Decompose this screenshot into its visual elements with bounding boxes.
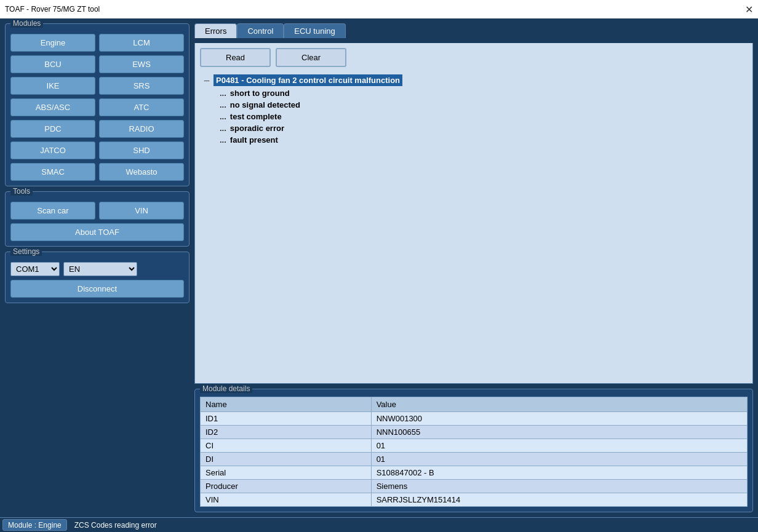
error-subitems: ...short to ground...no signal detected.…	[220, 87, 745, 146]
details-tbody: ID1NNW001300ID2NNN100655CI01DI01SerialS1…	[201, 412, 748, 507]
main-content: Modules EngineLCMBCUEWSIKESRSABS/ASCATCP…	[0, 18, 758, 517]
title-bar: TOAF - Rover 75/MG ZT tool ✕	[0, 0, 758, 18]
table-header-row: Name Value	[201, 397, 748, 412]
module-btn-smac[interactable]: SMAC	[10, 163, 95, 181]
error-code-label: P0481 - Cooling fan 2 control circuit ma…	[213, 74, 402, 86]
clear-button[interactable]: Clear	[276, 48, 346, 67]
read-button[interactable]: Read	[200, 48, 271, 67]
table-row: VINSARRJSLLZYM151414	[201, 493, 748, 507]
close-button[interactable]: ✕	[745, 4, 753, 15]
module-btn-lcm[interactable]: LCM	[99, 34, 184, 52]
module-btn-abs[interactable]: ABS/ASC	[10, 98, 95, 116]
module-btn-radio[interactable]: RADIO	[99, 120, 184, 138]
status-message: ZCS Codes reading error	[70, 518, 758, 532]
module-btn-srs[interactable]: SRS	[99, 77, 184, 95]
detail-value: NNW001300	[371, 412, 747, 426]
table-row: DI01	[201, 453, 748, 466]
tab-ecutuning[interactable]: ECU tuning	[284, 23, 345, 38]
scan-car-button[interactable]: Scan car	[10, 202, 95, 220]
left-panel: Modules EngineLCMBCUEWSIKESRSABS/ASCATCP…	[5, 23, 190, 512]
modules-group: Modules EngineLCMBCUEWSIKESRSABS/ASCATCP…	[5, 23, 190, 186]
tools-group: Tools Scan car VIN About TOAF	[5, 191, 190, 247]
detail-name: ID1	[201, 412, 372, 426]
table-row: SerialS108847002 - B	[201, 466, 748, 480]
table-row: ID1NNW001300	[201, 412, 748, 426]
disconnect-button[interactable]: Disconnect	[10, 280, 184, 298]
error-subitem: ...short to ground	[220, 87, 745, 99]
detail-value: NNN100655	[371, 426, 747, 439]
detail-name: Producer	[201, 480, 372, 493]
detail-name: ID2	[201, 426, 372, 439]
tools-row: Scan car VIN About TOAF	[10, 202, 184, 241]
tab-control[interactable]: Control	[237, 23, 284, 38]
detail-value: SARRJSLLZYM151414	[371, 493, 747, 507]
modules-group-title: Modules	[10, 19, 43, 28]
settings-row: COM1COM2COM3COM4 ENDEFRPL	[10, 262, 184, 276]
detail-value: Siemens	[371, 480, 747, 493]
modules-grid: EngineLCMBCUEWSIKESRSABS/ASCATCPDCRADIOJ…	[10, 34, 184, 181]
status-bar: Module : Engine ZCS Codes reading error	[0, 517, 758, 532]
error-subitem: ...no signal detected	[220, 99, 745, 111]
module-btn-shd[interactable]: SHD	[99, 141, 184, 159]
module-btn-ews[interactable]: EWS	[99, 55, 184, 73]
tab-errors[interactable]: Errors	[194, 23, 237, 38]
module-btn-atc[interactable]: ATC	[99, 98, 184, 116]
lang-select[interactable]: ENDEFRPL	[63, 262, 137, 276]
col-value-header: Value	[371, 397, 747, 412]
settings-group: Settings COM1COM2COM3COM4 ENDEFRPL Disco…	[5, 252, 190, 303]
detail-name: CI	[201, 439, 372, 453]
error-subitem: ...sporadic error	[220, 122, 745, 134]
detail-name: Serial	[201, 466, 372, 480]
module-btn-jatco[interactable]: JATCO	[10, 141, 95, 159]
error-subitem: ...fault present	[220, 134, 745, 146]
about-button[interactable]: About TOAF	[10, 223, 184, 241]
module-btn-bcu[interactable]: BCU	[10, 55, 95, 73]
detail-value: S108847002 - B	[371, 466, 747, 480]
right-panel: ErrorsControlECU tuning Read Clear ─ P04…	[194, 23, 753, 512]
module-details-table: Name Value ID1NNW001300ID2NNN100655CI01D…	[200, 397, 748, 507]
settings-group-title: Settings	[10, 247, 42, 256]
module-btn-webasto[interactable]: Webasto	[99, 163, 184, 181]
vin-button[interactable]: VIN	[99, 202, 184, 220]
module-btn-ike[interactable]: IKE	[10, 77, 95, 95]
status-module-label: Module : Engine	[2, 519, 67, 531]
table-row: CI01	[201, 439, 748, 453]
com-select[interactable]: COM1COM2COM3COM4	[10, 262, 60, 276]
error-tree: ─ P0481 - Cooling fan 2 control circuit …	[200, 71, 748, 378]
module-details-title: Module details	[200, 384, 252, 393]
table-row: ID2NNN100655	[201, 426, 748, 439]
detail-name: VIN	[201, 493, 372, 507]
module-details-box: Module details Name Value ID1NNW001300ID…	[194, 389, 753, 512]
detail-value: 01	[371, 439, 747, 453]
module-btn-engine[interactable]: Engine	[10, 34, 95, 52]
app-title: TOAF - Rover 75/MG ZT tool	[5, 5, 100, 14]
detail-value: 01	[371, 453, 747, 466]
tabs-container: ErrorsControlECU tuning	[194, 23, 753, 38]
detail-name: DI	[201, 453, 372, 466]
error-subitem: ...test complete	[220, 111, 745, 122]
col-name-header: Name	[201, 397, 372, 412]
tools-group-title: Tools	[10, 187, 33, 196]
errors-panel: Read Clear ─ P0481 - Cooling fan 2 contr…	[194, 43, 753, 384]
module-btn-pdc[interactable]: PDC	[10, 120, 95, 138]
error-toggle[interactable]: ─	[202, 76, 211, 85]
error-item-main: ─ P0481 - Cooling fan 2 control circuit …	[202, 73, 745, 87]
action-buttons-row: Read Clear	[200, 48, 748, 67]
table-row: ProducerSiemens	[201, 480, 748, 493]
